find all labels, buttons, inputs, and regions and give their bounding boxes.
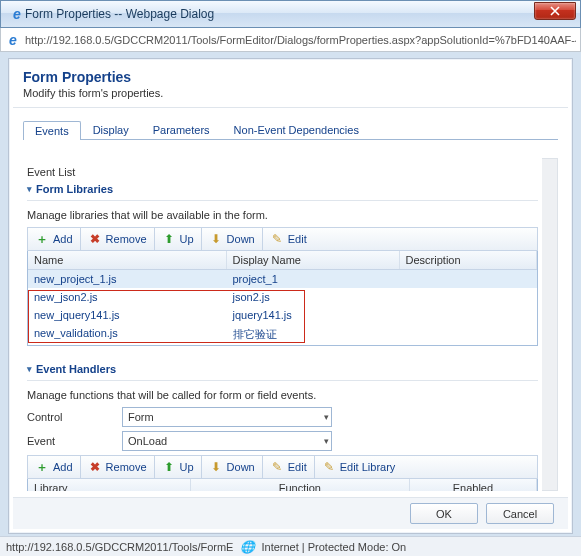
col-enabled[interactable]: Enabled (410, 479, 537, 491)
col-display[interactable]: Display Name (227, 251, 400, 269)
section-title: Event Handlers (36, 363, 116, 375)
window-titlebar: e Form Properties -- Webpage Dialog (0, 0, 581, 28)
control-label: Control (27, 411, 122, 423)
tab-parameters[interactable]: Parameters (141, 120, 222, 139)
col-library[interactable]: Library (28, 479, 191, 491)
form-libraries-desc: Manage libraries that will be available … (27, 209, 538, 221)
status-bar: http://192.168.0.5/GDCCRM2011/Tools/Form… (0, 536, 581, 556)
section-event-handlers[interactable]: Event Handlers (27, 360, 538, 381)
arrow-down-icon: ⬇ (209, 460, 223, 474)
page-subtitle: Modify this form's properties. (23, 87, 558, 99)
status-zone: Internet | Protected Mode: On (261, 541, 406, 553)
col-description[interactable]: Description (400, 251, 537, 269)
libs-down-button[interactable]: ⬇Down (202, 228, 263, 250)
ie-icon: e (9, 6, 25, 22)
vertical-scrollbar[interactable] (542, 158, 558, 491)
table-row[interactable]: new_validation.js排它验证 (28, 324, 537, 345)
x-icon: ✖ (88, 232, 102, 246)
edit-library-icon: ✎ (322, 460, 336, 474)
handlers-toolbar: ＋Add ✖Remove ⬆Up ⬇Down ✎Edit ✎Edit Libra… (27, 455, 538, 479)
close-icon (550, 6, 560, 16)
section-title: Form Libraries (36, 183, 113, 195)
plus-icon: ＋ (35, 232, 49, 246)
handlers-grid-header: Library Function Enabled (28, 479, 537, 491)
dialog-body: Form Properties Modify this form's prope… (8, 58, 573, 534)
address-bar: e http://192.168.0.5/GDCCRM2011/Tools/Fo… (0, 28, 581, 52)
page-icon: e (5, 32, 21, 48)
handlers-add-button[interactable]: ＋Add (28, 456, 81, 478)
handlers-down-button[interactable]: ⬇Down (202, 456, 263, 478)
x-icon: ✖ (88, 460, 102, 474)
tab-bar: Events Display Parameters Non-Event Depe… (23, 118, 558, 140)
col-name[interactable]: Name (28, 251, 227, 269)
plus-icon: ＋ (35, 460, 49, 474)
edit-icon: ✎ (270, 232, 284, 246)
control-select[interactable]: Form (122, 407, 332, 427)
libs-toolbar: ＋Add ✖Remove ⬆Up ⬇Down ✎Edit (27, 227, 538, 251)
event-handlers-desc: Manage functions that will be called for… (27, 389, 538, 401)
handlers-up-button[interactable]: ⬆Up (155, 456, 202, 478)
libs-edit-button[interactable]: ✎Edit (263, 228, 314, 250)
col-function[interactable]: Function (191, 479, 410, 491)
libs-grid: Name Display Name Description new_projec… (27, 251, 538, 346)
event-select[interactable]: OnLoad (122, 431, 332, 451)
globe-icon: 🌐 (239, 539, 255, 555)
table-row[interactable]: new_project_1.jsproject_1 (28, 270, 537, 288)
edit-icon: ✎ (270, 460, 284, 474)
handlers-edit-library-button[interactable]: ✎Edit Library (315, 456, 403, 478)
libs-grid-body: new_project_1.jsproject_1 new_json2.jsjs… (28, 270, 537, 345)
libs-remove-button[interactable]: ✖Remove (81, 228, 155, 250)
ok-button[interactable]: OK (410, 503, 478, 524)
table-row[interactable]: new_json2.jsjson2.js (28, 288, 537, 306)
libs-up-button[interactable]: ⬆Up (155, 228, 202, 250)
libs-add-button[interactable]: ＋Add (28, 228, 81, 250)
cancel-button[interactable]: Cancel (486, 503, 554, 524)
arrow-down-icon: ⬇ (209, 232, 223, 246)
tab-non-event-deps[interactable]: Non-Event Dependencies (222, 120, 371, 139)
event-row: Event OnLoad (27, 431, 538, 451)
arrow-up-icon: ⬆ (162, 232, 176, 246)
status-path: http://192.168.0.5/GDCCRM2011/Tools/Form… (6, 541, 233, 553)
tab-display[interactable]: Display (81, 120, 141, 139)
event-list-label: Event List (27, 166, 538, 178)
close-button[interactable] (534, 2, 576, 20)
handlers-edit-button[interactable]: ✎Edit (263, 456, 315, 478)
table-row[interactable]: new_jquery141.jsjquery141.js (28, 306, 537, 324)
window-title: Form Properties -- Webpage Dialog (25, 7, 534, 21)
tab-content: Event List Form Libraries Manage librari… (23, 158, 558, 491)
handlers-remove-button[interactable]: ✖Remove (81, 456, 155, 478)
libs-grid-header: Name Display Name Description (28, 251, 537, 270)
page-header: Form Properties Modify this form's prope… (13, 63, 568, 108)
event-label: Event (27, 435, 122, 447)
arrow-up-icon: ⬆ (162, 460, 176, 474)
section-form-libraries[interactable]: Form Libraries (27, 180, 538, 201)
dialog-footer: OK Cancel (13, 497, 568, 529)
address-url: http://192.168.0.5/GDCCRM2011/Tools/Form… (25, 34, 576, 46)
control-row: Control Form (27, 407, 538, 427)
tab-events[interactable]: Events (23, 121, 81, 140)
page-title: Form Properties (23, 69, 558, 85)
handlers-grid: Library Function Enabled (27, 479, 538, 491)
